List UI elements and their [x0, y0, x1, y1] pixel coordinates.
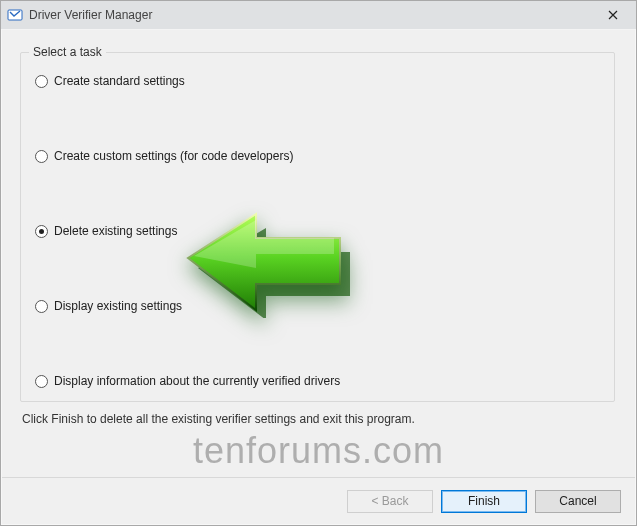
- close-button[interactable]: [590, 1, 636, 28]
- window-title: Driver Verifier Manager: [29, 8, 152, 22]
- option-display-existing[interactable]: Display existing settings: [35, 296, 600, 316]
- dialog-window: Driver Verifier Manager Select a task Cr…: [0, 0, 637, 526]
- option-label: Display existing settings: [54, 299, 182, 313]
- radio-display-information[interactable]: [35, 375, 48, 388]
- option-delete-existing[interactable]: Delete existing settings: [35, 221, 600, 241]
- button-bar: < Back Finish Cancel: [2, 477, 635, 524]
- option-create-standard[interactable]: Create standard settings: [35, 71, 600, 91]
- app-icon: [7, 7, 23, 23]
- cancel-button[interactable]: Cancel: [535, 490, 621, 513]
- radio-display-existing[interactable]: [35, 300, 48, 313]
- hint-text: Click Finish to delete all the existing …: [22, 412, 415, 426]
- option-create-custom[interactable]: Create custom settings (for code develop…: [35, 146, 600, 166]
- option-display-information[interactable]: Display information about the currently …: [35, 371, 600, 391]
- back-button: < Back: [347, 490, 433, 513]
- finish-button[interactable]: Finish: [441, 490, 527, 513]
- task-groupbox: Select a task Create standard settings C…: [20, 52, 615, 402]
- radio-delete-existing[interactable]: [35, 225, 48, 238]
- option-label: Display information about the currently …: [54, 374, 340, 388]
- watermark-text: tenforums.com: [2, 430, 635, 472]
- task-options: Create standard settings Create custom s…: [35, 71, 600, 391]
- radio-create-standard[interactable]: [35, 75, 48, 88]
- option-label: Delete existing settings: [54, 224, 177, 238]
- groupbox-legend: Select a task: [29, 45, 106, 59]
- title-bar: Driver Verifier Manager: [1, 1, 636, 29]
- option-label: Create custom settings (for code develop…: [54, 149, 293, 163]
- client-area: Select a task Create standard settings C…: [2, 30, 635, 524]
- radio-create-custom[interactable]: [35, 150, 48, 163]
- option-label: Create standard settings: [54, 74, 185, 88]
